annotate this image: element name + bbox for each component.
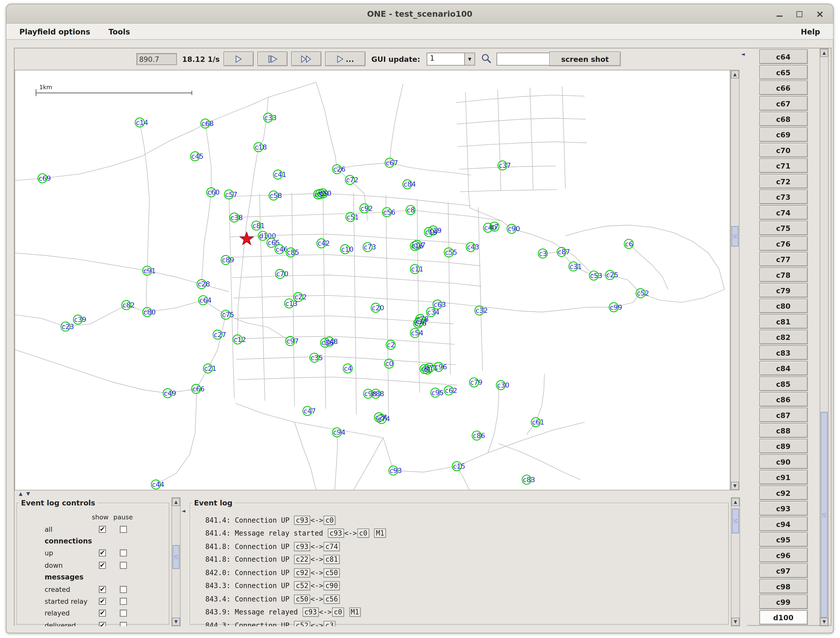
map-node-c49[interactable]: c49 bbox=[163, 388, 176, 398]
map-node-c16[interactable]: c16 bbox=[410, 241, 423, 250]
map-node-c36[interactable]: c36 bbox=[321, 338, 334, 347]
node-panel-scrollbar[interactable] bbox=[819, 48, 829, 626]
event-node-ref-c93[interactable]: c93 bbox=[294, 542, 310, 551]
map-node-c18[interactable]: c18 bbox=[254, 143, 267, 152]
map-node-c15[interactable]: c15 bbox=[452, 461, 465, 471]
node-list-button-c66[interactable]: c66 bbox=[759, 81, 808, 95]
map-node-c85[interactable]: c85 bbox=[286, 248, 299, 257]
started-relay-show-checkbox[interactable] bbox=[99, 598, 106, 605]
node-list-button-c85[interactable]: c85 bbox=[759, 376, 808, 391]
map-node-c2[interactable]: c2 bbox=[386, 340, 395, 349]
collapse-left-icon[interactable] bbox=[182, 508, 185, 513]
map-node-c75[interactable]: c75 bbox=[221, 310, 234, 319]
title-bar[interactable]: ONE - test_scenario100 × bbox=[6, 4, 833, 24]
scrollbar-thumb[interactable] bbox=[821, 412, 828, 618]
map-node-c38[interactable]: c38 bbox=[230, 213, 243, 222]
scroll-up-icon[interactable] bbox=[172, 498, 180, 506]
map-node-c58[interactable]: c58 bbox=[269, 191, 282, 200]
map-node-c83[interactable]: c83 bbox=[522, 475, 535, 484]
node-list-button-c97[interactable]: c97 bbox=[759, 564, 808, 578]
event-node-ref-c0[interactable]: c0 bbox=[324, 516, 335, 525]
map-node-c90[interactable]: c90 bbox=[507, 224, 520, 234]
collapse-up-icon[interactable] bbox=[19, 491, 22, 496]
scrollbar-thumb[interactable] bbox=[732, 509, 739, 533]
map-node-c4[interactable]: c4 bbox=[343, 364, 352, 373]
delivered-pause-checkbox[interactable] bbox=[120, 622, 127, 626]
map-node-c73[interactable]: c73 bbox=[363, 243, 376, 252]
map-node-c32[interactable]: c32 bbox=[475, 306, 488, 315]
map-node-c45[interactable]: c45 bbox=[190, 152, 203, 161]
down-pause-checkbox[interactable] bbox=[120, 562, 127, 569]
event-controls-scrollbar[interactable] bbox=[171, 497, 180, 626]
map-node-c47[interactable]: c47 bbox=[303, 406, 316, 415]
event-log-scrollbar[interactable] bbox=[731, 497, 740, 626]
event-node-ref-c0[interactable]: c0 bbox=[332, 608, 344, 617]
event-node-ref-c52[interactable]: c52 bbox=[294, 581, 310, 591]
event-node-ref-c52[interactable]: c52 bbox=[294, 621, 310, 626]
scroll-up-icon[interactable] bbox=[731, 71, 739, 79]
all-show-checkbox[interactable] bbox=[99, 526, 106, 533]
map-node-c84[interactable]: c84 bbox=[403, 180, 416, 189]
map-node-c81[interactable]: c81 bbox=[252, 221, 265, 230]
scroll-down-icon[interactable] bbox=[172, 618, 180, 626]
map-node-c62[interactable]: c62 bbox=[444, 386, 457, 395]
map-node-c0[interactable]: c0 bbox=[384, 359, 394, 368]
map-node-c35[interactable]: c35 bbox=[310, 353, 323, 362]
chevron-down-icon[interactable] bbox=[465, 53, 475, 66]
node-list-button-c96[interactable]: c96 bbox=[759, 548, 808, 562]
up-show-checkbox[interactable] bbox=[99, 550, 106, 557]
map-node-c42[interactable]: c42 bbox=[317, 239, 330, 248]
map-node-c33[interactable]: c33 bbox=[264, 113, 277, 122]
map-node-c80[interactable]: c80 bbox=[143, 308, 156, 317]
event-node-ref-c0[interactable]: c0 bbox=[358, 529, 369, 538]
sim-time-field[interactable] bbox=[136, 53, 177, 65]
event-node-ref-M1[interactable]: M1 bbox=[349, 608, 361, 617]
event-node-ref-c74[interactable]: c74 bbox=[324, 542, 339, 551]
map-node-c97[interactable]: c97 bbox=[286, 336, 299, 346]
map-node-c10[interactable]: c10 bbox=[340, 245, 353, 254]
map-node-c19[interactable]: c19 bbox=[424, 227, 437, 237]
map-node-c74[interactable]: c74 bbox=[377, 414, 390, 423]
node-list-button-c92[interactable]: c92 bbox=[759, 486, 808, 500]
node-list-button-c95[interactable]: c95 bbox=[759, 532, 808, 547]
node-list-button-c67[interactable]: c67 bbox=[759, 96, 808, 111]
map-node-c95[interactable]: c95 bbox=[431, 388, 444, 397]
node-list-button-c91[interactable]: c91 bbox=[759, 470, 808, 485]
map-playfield[interactable]: 1kmc14c68c33c18c45c41c26c67c37c69c72c84c… bbox=[14, 70, 731, 490]
map-node-c13[interactable]: c13 bbox=[285, 299, 297, 308]
scroll-up-icon[interactable] bbox=[820, 49, 828, 57]
scroll-down-icon[interactable] bbox=[820, 618, 828, 626]
event-node-ref-c92[interactable]: c92 bbox=[294, 568, 310, 577]
horizontal-split-divider[interactable] bbox=[14, 491, 740, 497]
scrollbar-thumb[interactable] bbox=[172, 545, 180, 569]
map-node-c76[interactable]: c76 bbox=[414, 319, 427, 328]
map-node-c67[interactable]: c67 bbox=[385, 158, 398, 167]
map-node-c99[interactable]: c99 bbox=[609, 303, 622, 312]
map-node-c60[interactable]: c60 bbox=[207, 188, 220, 197]
node-list-button-c94[interactable]: c94 bbox=[759, 516, 808, 531]
event-node-ref-c3[interactable]: c3 bbox=[324, 621, 335, 626]
node-list-button-c84[interactable]: c84 bbox=[759, 361, 808, 376]
scroll-down-icon[interactable] bbox=[731, 618, 740, 626]
map-node-c26[interactable]: c26 bbox=[332, 164, 345, 174]
node-list-button-c79[interactable]: c79 bbox=[759, 283, 808, 298]
map-node-c25[interactable]: c25 bbox=[605, 270, 619, 280]
node-list-button-c71[interactable]: c71 bbox=[759, 158, 808, 173]
map-node-c41[interactable]: c41 bbox=[274, 170, 286, 179]
collapse-left-icon[interactable] bbox=[741, 51, 745, 57]
map-node-c70[interactable]: c70 bbox=[275, 270, 288, 279]
map-node-c27[interactable]: c27 bbox=[213, 330, 226, 339]
down-show-checkbox[interactable] bbox=[99, 562, 106, 569]
event-node-ref-c50[interactable]: c50 bbox=[294, 594, 310, 603]
relayed-show-checkbox[interactable] bbox=[99, 610, 106, 617]
map-node-c12[interactable]: c12 bbox=[233, 335, 246, 344]
vertical-split-divider[interactable] bbox=[740, 48, 747, 626]
map-node-c86[interactable]: c86 bbox=[472, 431, 485, 440]
node-list-button-c88[interactable]: c88 bbox=[759, 423, 808, 438]
map-node-c63[interactable]: c63 bbox=[433, 300, 446, 309]
node-list-button-c83[interactable]: c83 bbox=[759, 346, 808, 360]
scroll-up-icon[interactable] bbox=[731, 498, 740, 506]
map-node-c1[interactable]: c1 bbox=[423, 365, 432, 374]
map-node-c92[interactable]: c92 bbox=[360, 204, 373, 213]
map-node-c64[interactable]: c64 bbox=[199, 296, 212, 305]
